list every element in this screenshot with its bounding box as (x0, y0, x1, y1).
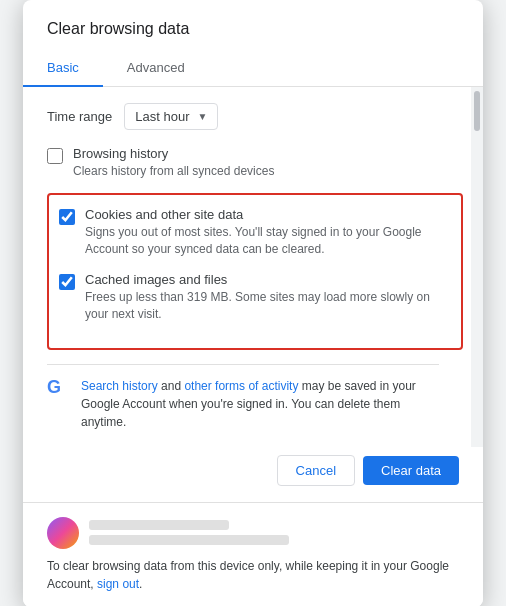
scroll-area: Time range Last hour ▼ Browsing history … (23, 87, 471, 447)
bottom-section: To clear browsing data from this device … (23, 502, 483, 607)
cached-checkbox-row: Cached images and files Frees up less th… (59, 272, 451, 323)
profile-name-blurred (89, 520, 229, 530)
cookies-row: Cookies and other site data Signs you ou… (59, 207, 451, 258)
bottom-text-end: . (139, 577, 142, 591)
search-history-link[interactable]: Search history (81, 379, 158, 393)
profile-row (47, 517, 459, 549)
profile-avatar (47, 517, 79, 549)
other-forms-link[interactable]: other forms of activity (184, 379, 298, 393)
dialog-title: Clear browsing data (23, 0, 483, 38)
clear-browsing-data-dialog: Clear browsing data Basic Advanced Time … (23, 0, 483, 606)
profile-text-lines (89, 520, 459, 545)
google-g-icon: G (47, 377, 71, 401)
scroll-container: Time range Last hour ▼ Browsing history … (23, 87, 483, 447)
bottom-text: To clear browsing data from this device … (47, 557, 459, 593)
browsing-history-row: Browsing history Clears history from all… (47, 146, 463, 180)
cached-checkbox[interactable] (59, 274, 75, 290)
tabs-bar: Basic Advanced (23, 50, 483, 87)
browsing-history-desc: Clears history from all synced devices (73, 163, 463, 180)
tab-advanced[interactable]: Advanced (103, 50, 209, 87)
info-text: Search history and other forms of activi… (81, 377, 439, 431)
sign-out-link[interactable]: sign out (97, 577, 139, 591)
highlighted-section: Cookies and other site data Signs you ou… (47, 193, 463, 350)
info-text-and: and (161, 379, 184, 393)
cookies-checkbox-row: Cookies and other site data Signs you ou… (59, 207, 451, 258)
clear-data-button[interactable]: Clear data (363, 456, 459, 485)
cached-label: Cached images and files (85, 272, 451, 287)
scrollbar-track[interactable] (471, 87, 483, 447)
cancel-button[interactable]: Cancel (277, 455, 355, 486)
browsing-history-checkbox[interactable] (47, 148, 63, 164)
dialog-footer: Cancel Clear data (23, 447, 483, 502)
cookies-checkbox[interactable] (59, 209, 75, 225)
time-range-value: Last hour (135, 109, 189, 124)
cached-desc: Frees up less than 319 MB. Some sites ma… (85, 289, 451, 323)
info-box: G Search history and other forms of acti… (47, 364, 439, 443)
cookies-desc: Signs you out of most sites. You'll stay… (85, 224, 451, 258)
cookies-label: Cookies and other site data (85, 207, 451, 222)
scrollbar-thumb[interactable] (474, 91, 480, 131)
dropdown-arrow-icon: ▼ (197, 111, 207, 122)
time-range-row: Time range Last hour ▼ (47, 103, 463, 130)
time-range-select[interactable]: Last hour ▼ (124, 103, 218, 130)
profile-email-blurred (89, 535, 289, 545)
browsing-history-label: Browsing history (73, 146, 463, 161)
time-range-label: Time range (47, 109, 112, 124)
tab-basic[interactable]: Basic (23, 50, 103, 87)
cached-row: Cached images and files Frees up less th… (59, 272, 451, 323)
